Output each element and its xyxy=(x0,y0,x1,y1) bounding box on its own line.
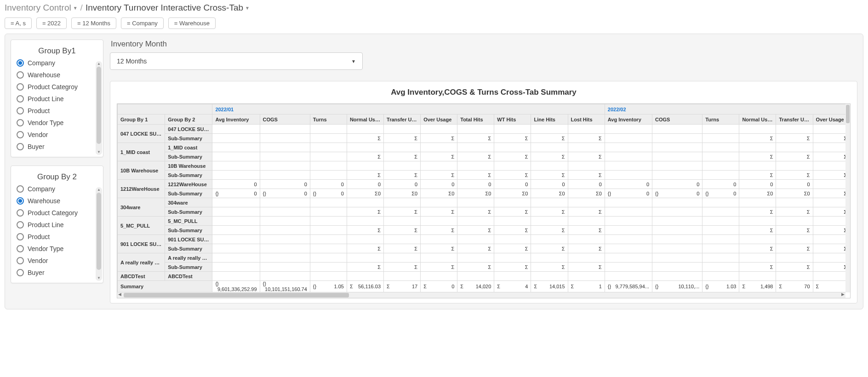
data-cell xyxy=(347,217,383,226)
sub-summary-cell xyxy=(605,207,652,217)
scrollbar[interactable]: ▲ ▼ xyxy=(96,61,102,155)
column-header[interactable]: Over Usage xyxy=(421,114,457,125)
column-header[interactable]: COGS xyxy=(652,114,702,125)
column-header[interactable]: Lost Hits xyxy=(568,114,605,125)
radio-option[interactable]: Product xyxy=(17,107,100,114)
sub-summary-cell: Σ xyxy=(568,134,605,143)
sub-summary-cell xyxy=(652,207,702,217)
radio-option[interactable]: Product Line xyxy=(17,221,100,228)
radio-option[interactable]: Vendor Type xyxy=(17,119,100,126)
radio-option[interactable]: Company xyxy=(17,185,100,193)
filter-chip[interactable]: = Company xyxy=(121,17,164,29)
scroll-up-icon[interactable]: ▲ xyxy=(97,188,101,192)
vertical-scrollbar[interactable] xyxy=(845,104,850,292)
column-header[interactable]: Over Usage xyxy=(813,114,850,125)
scroll-thumb[interactable] xyxy=(97,67,101,144)
data-cell xyxy=(310,272,347,281)
scroll-thumb[interactable] xyxy=(97,193,101,270)
sub-summary-cell: Σ xyxy=(421,152,457,161)
column-header[interactable]: Line Hits xyxy=(531,114,568,125)
radio-option[interactable]: Product Category xyxy=(17,209,100,217)
month-header[interactable]: 2022/01 xyxy=(212,104,605,114)
radio-label: Vendor xyxy=(28,257,48,264)
column-header[interactable]: WT Hits xyxy=(494,114,531,125)
column-header[interactable]: Normal Usage xyxy=(739,114,776,125)
radio-option[interactable]: Product xyxy=(17,233,100,240)
radio-option[interactable]: Vendor xyxy=(17,257,100,264)
scroll-left-icon[interactable]: ◀ xyxy=(118,292,121,297)
filter-chip[interactable]: = 12 Months xyxy=(71,17,116,29)
sub-summary-cell: Σ0 xyxy=(384,189,421,198)
column-header[interactable]: Turns xyxy=(702,114,739,125)
data-cell xyxy=(605,235,652,244)
column-header[interactable]: Normal Usage xyxy=(347,114,383,125)
sub-summary-cell: Σ xyxy=(776,244,813,253)
filter-chip[interactable]: = A, s xyxy=(5,17,32,29)
sub-summary-cell xyxy=(652,171,702,180)
sub-summary-cell: Σ xyxy=(384,263,421,272)
column-header[interactable]: Group By 2 xyxy=(165,114,212,125)
data-cell xyxy=(739,125,776,134)
data-cell xyxy=(457,272,494,281)
summary-cell: Σ56,116.03 xyxy=(347,281,383,292)
column-header[interactable]: Transfer Usage xyxy=(776,114,813,125)
sub-summary-cell: Σ xyxy=(531,226,568,235)
data-cell xyxy=(421,272,457,281)
data-cell xyxy=(702,143,739,152)
inventory-month-select[interactable]: 12 Months ▼ xyxy=(110,52,363,70)
scroll-right-icon[interactable]: ▶ xyxy=(841,292,845,297)
column-header[interactable]: Turns xyxy=(310,114,347,125)
data-cell xyxy=(739,217,776,226)
scrollbar[interactable]: ▲ ▼ xyxy=(96,187,102,281)
sub-summary-cell: Σ0 xyxy=(776,189,813,198)
sub-summary-cell: Σ xyxy=(421,207,457,217)
radio-option[interactable]: Product Line xyxy=(17,95,100,103)
radio-label: Product xyxy=(28,107,50,114)
breadcrumb-current[interactable]: Inventory Turnover Interactive Cross-Tab… xyxy=(86,3,250,13)
data-cell xyxy=(568,253,605,263)
sub-summary-cell: Σ xyxy=(347,207,383,217)
scroll-down-icon[interactable]: ▼ xyxy=(97,276,101,280)
sub-summary-cell xyxy=(212,226,260,235)
scroll-thumb[interactable] xyxy=(124,293,349,297)
column-header[interactable]: Total Hits xyxy=(457,114,494,125)
radio-option[interactable]: Buyer xyxy=(17,269,100,276)
sub-summary-row: Sub-Summary{}0{}0{}0Σ0Σ0Σ0Σ0Σ0Σ0Σ0{}0{}0… xyxy=(118,189,850,198)
radio-option[interactable]: Warehouse xyxy=(17,197,100,205)
scroll-thumb[interactable] xyxy=(846,105,850,123)
sub-summary-cell: Σ xyxy=(494,134,531,143)
summary-cell: {}10,110,... xyxy=(652,281,702,292)
radio-option[interactable]: Buyer xyxy=(17,143,100,150)
sub-summary-cell xyxy=(605,226,652,235)
sub-summary-label: Sub-Summary xyxy=(165,134,212,143)
radio-option[interactable]: Warehouse xyxy=(17,71,100,79)
group-by-2-cell: 901 LOCKE SUPLY xyxy=(165,235,212,244)
data-cell xyxy=(568,143,605,152)
scroll-down-icon[interactable]: ▼ xyxy=(97,150,101,154)
sub-summary-cell: Σ xyxy=(776,207,813,217)
filter-chip[interactable]: = 2022 xyxy=(36,17,67,29)
horizontal-scrollbar[interactable]: ◀ ▶ xyxy=(117,292,845,298)
column-header[interactable]: Avg Inventory xyxy=(212,114,260,125)
sub-summary-cell: Σ xyxy=(776,263,813,272)
radio-option[interactable]: Vendor xyxy=(17,131,100,138)
data-cell: 0 xyxy=(457,180,494,189)
radio-option[interactable]: Product Categroy xyxy=(17,83,100,91)
column-header[interactable]: COGS xyxy=(260,114,310,125)
sub-summary-cell: Σ xyxy=(813,152,850,161)
month-header[interactable]: 2022/02 xyxy=(605,104,850,114)
radio-option[interactable]: Company xyxy=(17,59,100,67)
sub-summary-label: Sub-Summary xyxy=(165,244,212,253)
filter-chip[interactable]: = Warehouse xyxy=(168,17,216,29)
column-header[interactable]: Transfer Usage xyxy=(384,114,421,125)
scroll-up-icon[interactable]: ▲ xyxy=(97,62,101,66)
sub-summary-cell: Σ xyxy=(421,226,457,235)
radio-option[interactable]: Vendor Type xyxy=(17,245,100,252)
summary-cell: Σ14,020 xyxy=(457,281,494,292)
column-header[interactable]: Avg Inventory xyxy=(605,114,652,125)
breadcrumb-root[interactable]: Inventory Control ▼ xyxy=(5,3,78,13)
radio-icon xyxy=(17,143,24,150)
sub-summary-cell: Σ xyxy=(494,226,531,235)
column-header[interactable]: Group By 1 xyxy=(118,114,165,125)
sub-summary-row: Sub-SummaryΣΣΣΣΣΣΣΣΣΣ xyxy=(118,207,850,217)
